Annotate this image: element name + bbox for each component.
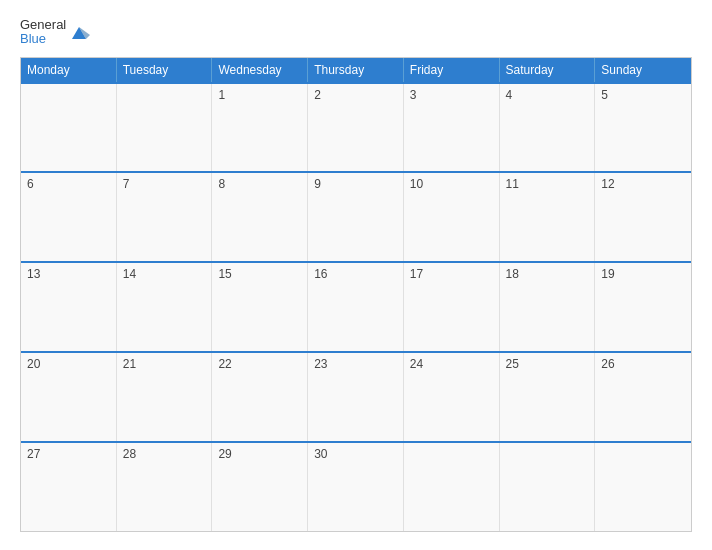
cal-cell: 5 <box>595 84 691 172</box>
logo: GeneralBlue <box>20 18 90 47</box>
cal-cell: 3 <box>404 84 500 172</box>
day-number: 8 <box>218 177 301 191</box>
day-number: 9 <box>314 177 397 191</box>
logo-icon <box>68 21 90 43</box>
cal-cell: 21 <box>117 353 213 441</box>
day-number: 23 <box>314 357 397 371</box>
day-number: 5 <box>601 88 685 102</box>
day-number: 13 <box>27 267 110 281</box>
calendar-header: MondayTuesdayWednesdayThursdayFridaySatu… <box>21 58 691 82</box>
day-number: 12 <box>601 177 685 191</box>
day-number: 26 <box>601 357 685 371</box>
cal-cell: 20 <box>21 353 117 441</box>
cal-cell: 15 <box>212 263 308 351</box>
cal-cell: 28 <box>117 443 213 531</box>
cal-cell <box>404 443 500 531</box>
cal-cell: 12 <box>595 173 691 261</box>
day-number: 3 <box>410 88 493 102</box>
cal-cell: 29 <box>212 443 308 531</box>
day-number: 14 <box>123 267 206 281</box>
week-row-2: 6789101112 <box>21 171 691 261</box>
day-number: 15 <box>218 267 301 281</box>
day-number: 27 <box>27 447 110 461</box>
day-number: 6 <box>27 177 110 191</box>
day-number: 29 <box>218 447 301 461</box>
day-number: 21 <box>123 357 206 371</box>
day-number: 24 <box>410 357 493 371</box>
cal-cell: 6 <box>21 173 117 261</box>
day-number: 22 <box>218 357 301 371</box>
day-number: 20 <box>27 357 110 371</box>
cal-cell: 9 <box>308 173 404 261</box>
logo-blue: Blue <box>20 31 46 46</box>
cal-cell: 10 <box>404 173 500 261</box>
cal-cell <box>595 443 691 531</box>
day-number: 19 <box>601 267 685 281</box>
cal-cell: 23 <box>308 353 404 441</box>
cal-cell: 27 <box>21 443 117 531</box>
day-number: 25 <box>506 357 589 371</box>
day-header-sunday: Sunday <box>595 58 691 82</box>
week-row-1: 12345 <box>21 82 691 172</box>
page: GeneralBlue MondayTuesdayWednesdayThursd… <box>0 0 712 550</box>
cal-cell: 24 <box>404 353 500 441</box>
cal-cell <box>117 84 213 172</box>
day-number: 10 <box>410 177 493 191</box>
header: GeneralBlue <box>20 18 692 47</box>
cal-cell: 26 <box>595 353 691 441</box>
week-row-4: 20212223242526 <box>21 351 691 441</box>
day-number: 2 <box>314 88 397 102</box>
day-number: 28 <box>123 447 206 461</box>
day-header-tuesday: Tuesday <box>117 58 213 82</box>
cal-cell: 30 <box>308 443 404 531</box>
day-header-thursday: Thursday <box>308 58 404 82</box>
day-number: 17 <box>410 267 493 281</box>
cal-cell: 17 <box>404 263 500 351</box>
day-number: 30 <box>314 447 397 461</box>
calendar: MondayTuesdayWednesdayThursdayFridaySatu… <box>20 57 692 532</box>
cal-cell: 11 <box>500 173 596 261</box>
cal-cell: 2 <box>308 84 404 172</box>
cal-cell: 8 <box>212 173 308 261</box>
day-header-monday: Monday <box>21 58 117 82</box>
day-number: 1 <box>218 88 301 102</box>
cal-cell: 19 <box>595 263 691 351</box>
week-row-3: 13141516171819 <box>21 261 691 351</box>
week-row-5: 27282930 <box>21 441 691 531</box>
logo-text: GeneralBlue <box>20 18 66 47</box>
cal-cell: 7 <box>117 173 213 261</box>
day-number: 16 <box>314 267 397 281</box>
cal-cell: 13 <box>21 263 117 351</box>
cal-cell: 1 <box>212 84 308 172</box>
cal-cell: 18 <box>500 263 596 351</box>
day-header-saturday: Saturday <box>500 58 596 82</box>
calendar-body: 1234567891011121314151617181920212223242… <box>21 82 691 531</box>
cal-cell: 16 <box>308 263 404 351</box>
cal-cell: 25 <box>500 353 596 441</box>
cal-cell: 14 <box>117 263 213 351</box>
cal-cell <box>21 84 117 172</box>
day-number: 11 <box>506 177 589 191</box>
day-header-friday: Friday <box>404 58 500 82</box>
cal-cell: 22 <box>212 353 308 441</box>
day-number: 7 <box>123 177 206 191</box>
cal-cell <box>500 443 596 531</box>
cal-cell: 4 <box>500 84 596 172</box>
day-header-wednesday: Wednesday <box>212 58 308 82</box>
day-number: 18 <box>506 267 589 281</box>
day-number: 4 <box>506 88 589 102</box>
